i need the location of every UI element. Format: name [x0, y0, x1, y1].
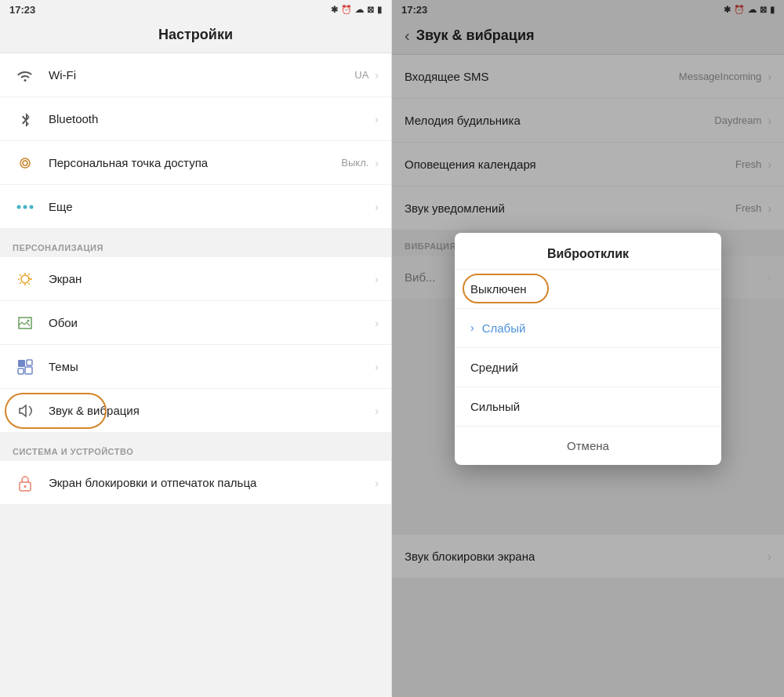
- svg-point-1: [20, 158, 30, 168]
- themes-icon: [13, 354, 38, 379]
- left-panel: 17:23 ✱ ⏰ ☁ ⊠ ▮ Настройки Wi-Fi UA ›: [0, 0, 392, 697]
- themes-chevron: ›: [375, 361, 379, 373]
- wifi-icon: [13, 63, 38, 88]
- sound-icon: [13, 398, 38, 423]
- svg-point-12: [24, 485, 27, 488]
- right-panel-container: 17:23 ✱ ⏰ ☁ ⊠ ▮ ‹ Звук & вибрация Входящ…: [392, 0, 784, 697]
- more-content: Еще: [49, 199, 375, 215]
- bluetooth-label: Bluetooth: [49, 111, 375, 127]
- lockscreen-content: Экран блокировки и отпечаток пальца: [49, 475, 375, 491]
- settings-item-wifi[interactable]: Wi-Fi UA ›: [0, 53, 391, 97]
- screen-label: Экран: [49, 271, 375, 287]
- svg-rect-8: [27, 360, 32, 365]
- hotspot-label: Персональная точка доступа: [49, 155, 341, 171]
- svg-point-5: [21, 275, 29, 283]
- settings-item-sound[interactable]: Звук & вибрация ›: [0, 389, 391, 433]
- section-system: СИСТЕМА И УСТРОЙСТВО: [0, 433, 391, 461]
- settings-item-more[interactable]: Еще ›: [0, 185, 391, 229]
- svg-rect-9: [18, 368, 24, 374]
- dialog-option-off[interactable]: Выключен: [455, 270, 721, 309]
- more-icon: [13, 194, 38, 220]
- settings-item-lockscreen[interactable]: Экран блокировки и отпечаток пальца ›: [0, 461, 391, 505]
- themes-content: Темы: [49, 359, 375, 375]
- weak-label: Слабый: [482, 321, 526, 335]
- sound-content: Звук & вибрация: [49, 403, 375, 419]
- sound-label: Звук & вибрация: [49, 403, 375, 419]
- medium-label: Средний: [470, 361, 518, 374]
- settings-item-wallpaper[interactable]: Обои ›: [0, 301, 391, 345]
- svg-point-6: [27, 319, 30, 321]
- lockscreen-label: Экран блокировки и отпечаток пальца: [49, 475, 375, 491]
- dialog-option-medium[interactable]: Средний: [455, 348, 721, 387]
- wifi-chevron: ›: [375, 69, 379, 82]
- svg-rect-7: [18, 360, 25, 367]
- hotspot-content: Персональная точка доступа: [49, 155, 341, 171]
- hotspot-value: Выкл.: [341, 157, 368, 169]
- svg-rect-10: [25, 367, 32, 374]
- section-personalization: ПЕРСОНАЛИЗАЦИЯ: [0, 229, 391, 257]
- svg-point-4: [30, 205, 34, 209]
- screen-chevron: ›: [375, 273, 379, 285]
- svg-point-2: [17, 205, 21, 209]
- more-chevron: ›: [375, 201, 379, 213]
- wifi-label: Wi-Fi: [49, 67, 354, 83]
- hotspot-chevron: ›: [375, 157, 379, 169]
- svg-point-0: [23, 161, 27, 165]
- settings-item-hotspot[interactable]: Персональная точка доступа Выкл. ›: [0, 141, 391, 185]
- wallpaper-content: Обои: [49, 315, 375, 331]
- dialog-overlay: Виброотклик Выключен › Слабый Средний Си…: [392, 0, 784, 697]
- settings-item-screen[interactable]: Экран ›: [0, 257, 391, 301]
- wallpaper-label: Обои: [49, 315, 375, 331]
- more-label: Еще: [49, 199, 375, 215]
- dialog-title: Виброотклик: [455, 233, 721, 270]
- settings-item-bluetooth[interactable]: Bluetooth ›: [0, 97, 391, 141]
- dialog-cancel-button[interactable]: Отмена: [455, 427, 721, 465]
- sound-chevron: ›: [375, 405, 379, 417]
- left-status-bar: 17:23 ✱ ⏰ ☁ ⊠ ▮: [0, 0, 391, 19]
- left-time: 17:23: [9, 4, 35, 16]
- weak-check-icon: ›: [470, 321, 474, 334]
- bluetooth-content: Bluetooth: [49, 111, 375, 127]
- bluetooth-icon: [13, 107, 38, 132]
- vibro-dialog: Виброотклик Выключен › Слабый Средний Си…: [455, 233, 721, 465]
- themes-label: Темы: [49, 359, 375, 375]
- dialog-option-weak[interactable]: › Слабый: [455, 309, 721, 348]
- wifi-content: Wi-Fi: [49, 67, 354, 83]
- settings-list: Wi-Fi UA › Bluetooth ›: [0, 53, 391, 697]
- hotspot-icon: [13, 151, 38, 176]
- settings-item-themes[interactable]: Темы ›: [0, 345, 391, 389]
- bluetooth-chevron: ›: [375, 113, 379, 125]
- wallpaper-chevron: ›: [375, 317, 379, 329]
- screen-content: Экран: [49, 271, 375, 287]
- off-label: Выключен: [470, 282, 527, 296]
- lockscreen-icon: [13, 470, 38, 496]
- page-title: Настройки: [0, 19, 391, 53]
- strong-label: Сильный: [470, 400, 520, 413]
- wallpaper-icon: [13, 310, 38, 336]
- dialog-option-strong[interactable]: Сильный: [455, 387, 721, 427]
- screen-icon: [13, 267, 38, 292]
- svg-point-3: [24, 205, 27, 209]
- lockscreen-chevron: ›: [375, 477, 379, 489]
- wifi-value: UA: [354, 69, 368, 81]
- left-status-icons: ✱ ⏰ ☁ ⊠ ▮: [331, 5, 382, 15]
